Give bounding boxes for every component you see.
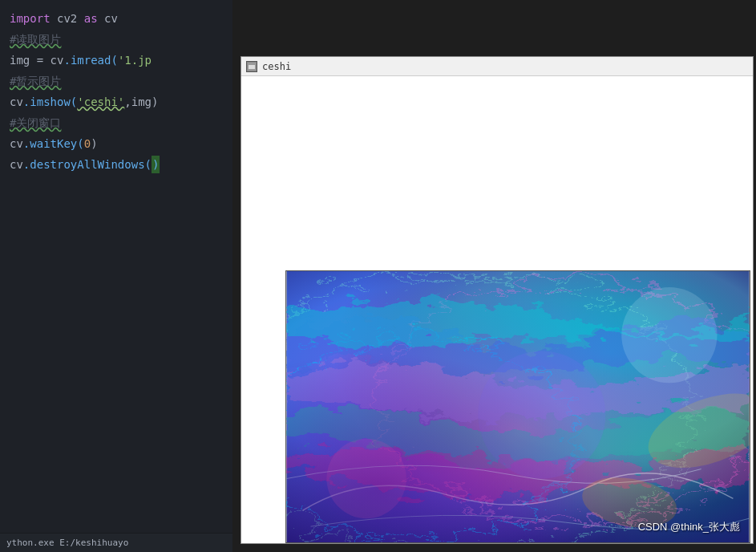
- code-token: cv: [10, 93, 23, 111]
- code-line-8: cv .destroyAllWindows( ): [0, 154, 232, 175]
- window-titlebar: ceshi: [241, 57, 753, 76]
- svg-rect-15: [287, 271, 750, 542]
- code-line-7: cv .waitKey( 0 ): [0, 133, 232, 154]
- code-editor: import cv2 as cv #读取图片 img = cv .imread(…: [0, 0, 232, 552]
- image-viewer-window[interactable]: ceshi: [241, 56, 754, 544]
- keyword-import: import: [10, 10, 51, 27]
- code-token: ,img): [124, 93, 158, 111]
- image-watermark: CSDN @think_张大彪: [638, 520, 740, 534]
- code-token: cv: [98, 10, 118, 27]
- code-token: .imshow(: [23, 93, 77, 111]
- code-token: cv: [10, 156, 23, 173]
- code-token: ): [91, 135, 97, 152]
- status-text: ython.exe E:/keshihuayo: [6, 538, 128, 548]
- code-token: .imread(: [63, 51, 117, 69]
- code-comment: #读取图片: [10, 30, 61, 48]
- keyword-as: as: [84, 10, 98, 27]
- code-func: .destroyAllWindows(: [23, 156, 152, 173]
- code-token: =: [30, 51, 50, 69]
- code-comment: #暂示图片: [10, 72, 61, 90]
- code-line-4: #暂示图片: [0, 71, 232, 91]
- window-icon: [246, 61, 257, 72]
- code-token: cv: [10, 135, 23, 152]
- window-body: CSDN @think_张大彪: [241, 76, 753, 543]
- image-display: CSDN @think_张大彪: [285, 270, 750, 543]
- code-line-5: cv .imshow( 'ceshi' ,img): [0, 91, 232, 112]
- code-comment: #关闭窗口: [10, 114, 61, 132]
- code-token: cv: [51, 51, 64, 69]
- code-string-ceshi: 'ceshi': [77, 93, 124, 111]
- code-number: 0: [84, 135, 91, 152]
- code-line-1: import cv2 as cv: [0, 8, 232, 29]
- status-bar: ython.exe E:/keshihuayo: [0, 533, 232, 552]
- svg-rect-1: [249, 65, 255, 69]
- code-string: '1.jp: [118, 51, 152, 69]
- code-line-2: #读取图片: [0, 29, 232, 50]
- window-title: ceshi: [262, 61, 291, 72]
- code-token: cv2: [51, 10, 84, 27]
- code-token-highlight: ): [152, 156, 160, 173]
- code-line-6: #关闭窗口: [0, 112, 232, 133]
- code-token: .waitKey(: [23, 135, 84, 152]
- code-line-3: img = cv .imread( '1.jp: [0, 50, 232, 71]
- code-token: img: [10, 51, 30, 69]
